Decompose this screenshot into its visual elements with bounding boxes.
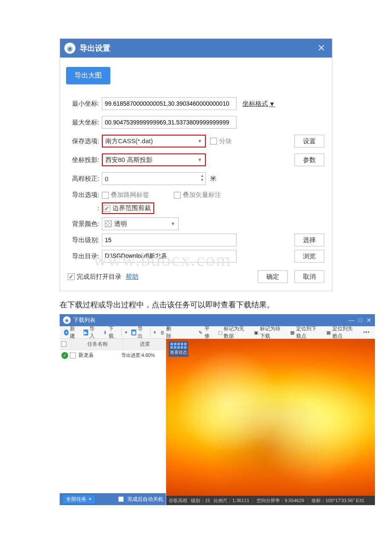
- maximize-icon[interactable]: □: [359, 317, 362, 324]
- settings-button[interactable]: 设置: [294, 135, 324, 147]
- task-row[interactable]: ✓ 新龙县 导出进度:4.60%: [60, 350, 166, 361]
- chevron-down-icon: ▼: [88, 497, 92, 501]
- mark-todownload-button[interactable]: ▣标记为待下载: [252, 324, 287, 341]
- bgcolor-select[interactable]: 透明 ▼: [102, 217, 179, 230]
- label-projection: 坐标投影: [68, 156, 99, 164]
- sb-coords: 100°17′33.56″ E31: [326, 498, 364, 503]
- browse-button[interactable]: 浏览: [294, 250, 324, 263]
- split-checkbox[interactable]: [210, 138, 217, 145]
- clip-boundary-checkbox-group[interactable]: ✓ 边界范围剪裁: [102, 202, 154, 214]
- outdir-input[interactable]: [102, 250, 236, 263]
- export-button[interactable]: ▣导出: [130, 324, 147, 341]
- chevron-down-icon[interactable]: ▼: [124, 330, 128, 335]
- locate-fail-button[interactable]: ▦定位到失败点: [324, 324, 359, 341]
- close-icon[interactable]: ✕: [315, 43, 328, 54]
- toolbar: +新建 ▶导入 ⬇下载 ▼ ▣导出 ▼ 🗑删除 ✎平修 ▢标记为无数据 ▣标记为…: [60, 326, 375, 339]
- projection-value: 西安80 高斯投影: [105, 156, 153, 164]
- plus-icon: +: [64, 330, 69, 335]
- task-list-header: 任务名称 进度: [60, 339, 166, 350]
- import-icon: ▶: [84, 330, 88, 335]
- label-outdir: 导出目录: [68, 252, 99, 260]
- sb-level: 15: [205, 498, 210, 503]
- save-option-select[interactable]: 南方CASS(*.dat) ▼: [102, 135, 206, 147]
- chevron-down-icon: ▼: [197, 138, 202, 144]
- repair-icon: ✎: [198, 330, 203, 335]
- task-progress: 导出进度:4.60%: [121, 352, 164, 358]
- select-all-checkbox[interactable]: [61, 341, 66, 347]
- locate-download-button[interactable]: ▦定位到下载点: [288, 324, 323, 341]
- select-level-button[interactable]: 选择: [294, 234, 324, 246]
- export-icon: ▣: [131, 330, 136, 335]
- sb-scale: 1:36111: [232, 498, 249, 503]
- task-list-panel: 任务名称 进度 ✓ 新龙县 导出进度:4.60% 全部任务▼ 完成后自动关机: [60, 339, 166, 505]
- chevron-down-icon: ▼: [197, 157, 202, 163]
- label-level: 导出级别: [68, 236, 99, 244]
- stepper-arrows-icon[interactable]: ▲▼: [200, 173, 204, 182]
- more-icon[interactable]: •••: [360, 330, 372, 335]
- level-input[interactable]: [102, 234, 236, 246]
- locate-fail-icon: ▦: [326, 330, 331, 335]
- auto-shutdown-label: 完成后自动关机: [127, 496, 163, 503]
- repair-button[interactable]: ✎平修: [196, 324, 214, 341]
- dialog-titlebar: ◉ 导出设置 ✕: [60, 39, 332, 58]
- map-canvas[interactable]: 查看状态: [166, 339, 375, 496]
- clip-boundary-checkbox[interactable]: ✓: [104, 205, 110, 212]
- open-after-checkbox[interactable]: ✓: [68, 273, 75, 280]
- overlay-vector-checkbox-group[interactable]: 叠加矢量标注: [174, 191, 229, 199]
- open-after-checkbox-group[interactable]: ✓ 完成后打开目录: [68, 273, 121, 281]
- coord-format-link[interactable]: 坐标格式▼: [242, 100, 275, 108]
- overlay-road-checkbox[interactable]: [102, 192, 109, 199]
- bgcolor-value: 透明: [114, 220, 127, 228]
- import-button[interactable]: ▶导入: [82, 324, 100, 341]
- overlay-vector-checkbox[interactable]: [174, 192, 181, 199]
- delete-button[interactable]: 🗑删除: [159, 324, 176, 341]
- task-name: 新龙县: [78, 352, 121, 359]
- description-text: 在下载过程或导出过程中，点击该任务可以即时查看下载结果。: [60, 300, 332, 310]
- new-button[interactable]: +新建: [62, 324, 80, 341]
- ok-button[interactable]: 确定: [258, 270, 288, 283]
- download-list-window: ◉ 下载列表 — □ ✕ +新建 ▶导入 ⬇下载 ▼ ▣导出 ▼ 🗑删除 ✎平修…: [60, 314, 375, 505]
- clip-boundary-label: 边界范围剪裁: [112, 204, 151, 212]
- app-logo-icon: ◉: [64, 43, 75, 54]
- projection-select[interactable]: 西安80 高斯投影 ▼: [102, 153, 206, 166]
- dialog-title: 导出设置: [80, 43, 315, 53]
- minimize-icon[interactable]: —: [349, 317, 355, 324]
- transparent-swatch-icon: [105, 220, 112, 227]
- app-logo-icon: ◉: [63, 316, 71, 324]
- split-checkbox-group[interactable]: 分块: [210, 137, 239, 145]
- chevron-down-icon[interactable]: ▼: [153, 330, 157, 335]
- chevron-down-icon: ▼: [170, 221, 176, 227]
- label-export-options: 导出选项: [68, 191, 99, 199]
- export-settings-dialog: ◉ 导出设置 ✕ 导出大图 最小坐标 坐标格式▼ 最大坐标 保存选项 南方CAS…: [60, 38, 332, 291]
- mark-nodata-icon: ▢: [218, 330, 222, 335]
- cancel-button[interactable]: 取消: [294, 270, 324, 283]
- status-done-icon: ✓: [61, 352, 68, 359]
- label-min-coord: 最小坐标: [68, 100, 99, 108]
- view-state-label: 查看状态: [170, 350, 187, 356]
- overlay-road-checkbox-group[interactable]: 叠加路网标签: [102, 191, 157, 199]
- overlay-vector-label: 叠加矢量标注: [183, 191, 221, 199]
- elevation-stepper[interactable]: 0 ▲▼: [102, 172, 206, 185]
- trash-icon: 🗑: [160, 330, 165, 335]
- min-coord-input[interactable]: [102, 97, 236, 110]
- auto-shutdown-checkbox[interactable]: [118, 497, 124, 502]
- download-button[interactable]: ⬇下载: [101, 324, 119, 341]
- overlay-road-label: 叠加路网标签: [111, 191, 149, 199]
- mark-todl-icon: ▣: [254, 330, 259, 335]
- tab-export-big-image[interactable]: 导出大图: [66, 67, 110, 84]
- map-panel: 查看状态 谷歌高程 级别：15 比例尺：1:36111 空间分辨率：9.5546…: [166, 339, 375, 505]
- params-button[interactable]: 参数: [294, 153, 324, 166]
- mark-nodata-button[interactable]: ▢标记为无数据: [216, 324, 251, 341]
- elevation-unit: 米: [210, 175, 216, 183]
- sb-source: 谷歌高程: [169, 497, 187, 504]
- task-checkbox[interactable]: [70, 353, 76, 358]
- help-link[interactable]: 帮助: [126, 273, 138, 281]
- close-icon[interactable]: ✕: [366, 317, 372, 324]
- all-tasks-button[interactable]: 全部任务▼: [62, 494, 96, 504]
- view-state-button[interactable]: 查看状态: [169, 341, 188, 357]
- col-progress: 进度: [123, 339, 166, 350]
- window-title: 下载列表: [73, 316, 349, 324]
- label-elevation: 高程校正: [68, 175, 99, 183]
- max-coord-input[interactable]: [102, 116, 236, 129]
- elevation-value: 0: [105, 175, 108, 182]
